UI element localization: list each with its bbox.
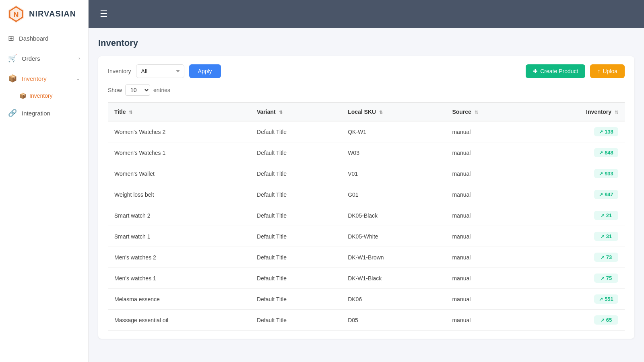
sidebar-label-orders: Orders [22,55,40,62]
sort-icon-variant: ⇅ [279,110,283,115]
sort-icon-inventory: ⇅ [615,110,618,115]
create-product-button[interactable]: ✚ Create Product [526,64,585,78]
cell-variant: Default Title [250,205,341,226]
sort-icon-title: ⇅ [129,110,132,115]
sidebar-item-orders[interactable]: 🛒 Orders › [0,48,88,68]
cell-local-sku: DK05-Black [341,205,446,226]
cell-source: manual [446,289,528,310]
inventory-value: 75 [606,275,612,281]
sidebar-sub-inventory[interactable]: 📦 Inventory [0,88,88,103]
inventory-value: 933 [605,171,613,177]
inventory-filter-select[interactable]: All [136,64,184,78]
trend-up-icon: ↗ [601,213,605,218]
filter-row: Inventory All Apply ✚ Create Product ↑ U… [108,64,625,78]
cell-local-sku: DK-W1-Brown [341,247,446,268]
sidebar-item-integration[interactable]: 🔗 Integration [0,103,88,123]
inventory-icon: 📦 [8,74,17,83]
table-row: Smart watch 1 Default Title DK05-White m… [108,226,625,247]
entries-label: entries [153,87,170,93]
cell-inventory: ↗ 21 [528,205,625,226]
trend-up-icon: ↗ [601,255,605,260]
table-row: Men's watches 2 Default Title DK-W1-Brow… [108,247,625,268]
cell-source: manual [446,142,528,163]
sidebar-item-inventory[interactable]: 📦 Inventory ⌄ [0,68,88,88]
inventory-value: 551 [605,296,613,302]
cell-inventory: ↗ 73 [528,247,625,268]
col-source[interactable]: Source ⇅ [446,103,528,121]
sidebar-label-integration: Integration [22,110,50,117]
col-local-sku[interactable]: Local SKU ⇅ [341,103,446,121]
show-entries-select[interactable]: 10 25 50 100 [125,84,150,96]
sidebar-sub-label-inventory: Inventory [29,93,53,99]
svg-text:N: N [14,10,19,19]
table-row: Smart watch 2 Default Title DK05-Black m… [108,205,625,226]
cell-title: Smart watch 2 [108,205,250,226]
inventory-value: 21 [606,212,612,218]
table-row: Women's Watches 2 Default Title QK-W1 ma… [108,121,625,142]
inventory-badge: ↗ 31 [594,232,618,241]
dashboard-icon: ⊞ [8,34,14,43]
table-body: Women's Watches 2 Default Title QK-W1 ma… [108,121,625,331]
trend-up-icon: ↗ [601,276,605,281]
chevron-right-icon: › [78,56,80,61]
cell-inventory: ↗ 31 [528,226,625,247]
trend-up-icon: ↗ [599,171,603,177]
inventory-badge: ↗ 848 [594,148,618,157]
cell-local-sku: QK-W1 [341,121,446,142]
upload-label: Uploa [603,68,617,74]
hamburger-button[interactable]: ☰ [97,6,111,23]
logo-text: NIRVASIAN [29,9,76,19]
sort-icon-source: ⇅ [475,110,478,115]
content-area: Inventory Inventory All Apply ✚ Create P… [89,28,644,362]
filter-label: Inventory [108,68,131,74]
inventory-badge: ↗ 65 [594,315,618,325]
trend-up-icon: ↗ [599,150,603,156]
col-variant[interactable]: Variant ⇅ [250,103,341,121]
cell-inventory: ↗ 65 [528,310,625,331]
trend-up-icon: ↗ [599,296,603,302]
cell-source: manual [446,226,528,247]
cell-variant: Default Title [250,289,341,310]
cell-variant: Default Title [250,247,341,268]
col-title[interactable]: Title ⇅ [108,103,250,121]
cell-variant: Default Title [250,163,341,184]
inventory-badge: ↗ 551 [594,294,618,304]
cell-title: Women's Watches 1 [108,142,250,163]
apply-button[interactable]: Apply [189,64,221,78]
cell-variant: Default Title [250,184,341,205]
trend-up-icon: ↗ [599,192,603,197]
table-container: Title ⇅ Variant ⇅ Local SKU ⇅ [108,102,625,331]
sidebar-nav: ⊞ Dashboard 🛒 Orders › 📦 Inventory ⌄ 📦 I… [0,28,88,123]
cell-title: Women's Watches 2 [108,121,250,142]
topbar: ☰ [89,0,644,28]
cell-local-sku: G01 [341,184,446,205]
inventory-value: 947 [605,191,613,197]
cell-title: Weight loss belt [108,184,250,205]
orders-icon: 🛒 [8,54,17,63]
table-row: Men's watches 1 Default Title DK-W1-Blac… [108,268,625,289]
cell-title: Men's watches 2 [108,247,250,268]
upload-button[interactable]: ↑ Uploa [590,64,625,78]
cell-title: Melasma essence [108,289,250,310]
col-inventory[interactable]: Inventory ⇅ [528,103,625,121]
cell-variant: Default Title [250,310,341,331]
cell-local-sku: V01 [341,163,446,184]
hamburger-icon: ☰ [100,9,108,19]
create-product-label: Create Product [540,68,578,74]
cell-local-sku: D05 [341,310,446,331]
sidebar-label-inventory: Inventory [22,75,47,82]
logo-area: N NIRVASIAN [0,0,88,28]
sidebar-item-dashboard[interactable]: ⊞ Dashboard [0,28,88,48]
cell-inventory: ↗ 551 [528,289,625,310]
logo-icon: N [6,4,26,24]
cell-title: Massage essential oil [108,310,250,331]
inventory-badge: ↗ 947 [594,190,618,199]
table-row: Melasma essence Default Title DK06 manua… [108,289,625,310]
page-title: Inventory [98,38,634,48]
cell-source: manual [446,184,528,205]
trend-up-icon: ↗ [601,234,605,239]
cell-title: Women's Wallet [108,163,250,184]
integration-icon: 🔗 [8,109,17,117]
cell-inventory: ↗ 75 [528,268,625,289]
cell-source: manual [446,310,528,331]
